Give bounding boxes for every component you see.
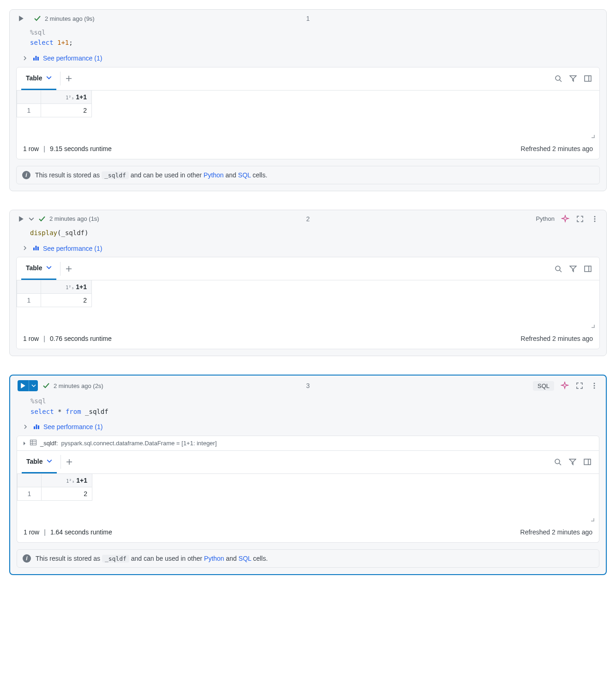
info-icon: i xyxy=(23,554,31,563)
expand-icon[interactable] xyxy=(575,382,584,390)
performance-row[interactable]: See performance (1) xyxy=(10,242,606,257)
column-header[interactable]: 1²₃1+1 xyxy=(41,91,92,104)
tab-table[interactable]: Table xyxy=(21,67,56,90)
svg-point-12 xyxy=(556,266,560,271)
chevron-down-icon xyxy=(46,74,52,82)
add-tab-button[interactable] xyxy=(64,265,73,273)
search-icon[interactable] xyxy=(554,265,562,273)
notebook-cell: 2 minutes ago (2s) 3 SQL %sql select * f… xyxy=(9,375,607,575)
resize-handle-icon[interactable] xyxy=(588,132,595,139)
filter-icon[interactable] xyxy=(568,458,577,466)
run-button[interactable] xyxy=(18,380,29,391)
output-tabs: Table xyxy=(17,257,599,280)
language-badge[interactable]: SQL xyxy=(533,381,554,391)
resize-handle-icon[interactable] xyxy=(588,321,595,329)
refreshed-text: Refreshed 2 minutes ago xyxy=(521,145,593,152)
timestamp: 2 minutes ago (1s) xyxy=(49,215,99,222)
tab-table[interactable]: Table xyxy=(21,257,56,280)
cell-number: 1 xyxy=(306,15,310,22)
svg-point-3 xyxy=(556,76,560,80)
svg-rect-20 xyxy=(38,425,39,429)
sql-link[interactable]: SQL xyxy=(239,555,252,562)
table-row[interactable]: 1 2 xyxy=(17,103,92,117)
timestamp: 2 minutes ago (2s) xyxy=(54,382,103,389)
chevron-down-icon xyxy=(46,264,52,272)
divider xyxy=(60,455,61,469)
add-tab-button[interactable] xyxy=(64,74,73,83)
performance-link[interactable]: See performance (1) xyxy=(43,55,102,62)
resize-handle-icon[interactable] xyxy=(588,515,594,523)
table-row[interactable]: 1 2 xyxy=(17,294,92,307)
check-icon xyxy=(42,382,50,389)
row-index: 1 xyxy=(18,487,42,500)
filter-icon[interactable] xyxy=(569,74,577,83)
column-header[interactable]: 1²₃1+1 xyxy=(42,474,92,487)
output-footer: 1 row | 1.64 seconds runtime Refreshed 2… xyxy=(17,524,599,542)
run-button[interactable] xyxy=(17,14,25,23)
panel-icon[interactable] xyxy=(583,458,592,466)
refreshed-text: Refreshed 2 minutes ago xyxy=(521,335,593,342)
info-bar: i This result is stored as _sqldf and ca… xyxy=(17,549,599,568)
row-header-blank xyxy=(17,280,41,294)
notebook-cell: 2 minutes ago (1s) 2 Python display(_sql… xyxy=(9,210,607,356)
svg-rect-0 xyxy=(33,58,35,61)
code-editor[interactable]: %sql select 1+1; xyxy=(10,25,606,52)
svg-rect-13 xyxy=(585,266,591,272)
divider xyxy=(60,262,60,276)
row-count: 1 row xyxy=(23,145,39,152)
expand-icon[interactable] xyxy=(576,215,584,223)
performance-row[interactable]: See performance (1) xyxy=(10,52,606,67)
add-tab-button[interactable] xyxy=(65,458,74,466)
svg-rect-9 xyxy=(33,248,35,250)
check-icon xyxy=(34,15,41,22)
svg-rect-10 xyxy=(36,246,37,250)
table-row[interactable]: 1 2 xyxy=(18,487,92,500)
cell-number: 3 xyxy=(306,382,310,389)
performance-row[interactable]: See performance (1) xyxy=(10,420,606,436)
info-bar: i This result is stored as _sqldf and ca… xyxy=(16,166,600,184)
performance-link[interactable]: See performance (1) xyxy=(43,245,102,252)
row-index: 1 xyxy=(17,103,41,117)
row-header-blank xyxy=(17,91,41,104)
search-icon[interactable] xyxy=(554,74,562,83)
cell-header: 2 minutes ago (2s) 3 SQL xyxy=(10,376,606,394)
cell-actions: Python xyxy=(536,215,599,223)
cell-value: 2 xyxy=(41,103,92,117)
sparkle-icon[interactable] xyxy=(561,382,569,390)
svg-rect-4 xyxy=(585,76,591,81)
code-editor[interactable]: %sql select * from _sqldf xyxy=(10,394,606,420)
language-label[interactable]: Python xyxy=(536,215,555,222)
python-link[interactable]: Python xyxy=(204,555,224,562)
panel-icon[interactable] xyxy=(584,265,592,273)
sql-link[interactable]: SQL xyxy=(238,171,251,179)
filter-icon[interactable] xyxy=(569,265,577,273)
tab-table[interactable]: Table xyxy=(22,451,57,473)
cell-value: 2 xyxy=(42,487,92,500)
panel-icon[interactable] xyxy=(584,74,592,83)
runtime-text: 9.15 seconds runtime xyxy=(50,145,112,152)
cell-actions: SQL xyxy=(533,381,598,391)
output-footer: 1 row | 9.15 seconds runtime Refreshed 2… xyxy=(17,140,599,159)
column-header[interactable]: 1²₃1+1 xyxy=(41,280,92,294)
svg-point-17 xyxy=(594,388,595,389)
more-icon[interactable] xyxy=(591,215,599,223)
caret-right-icon xyxy=(23,440,26,447)
svg-rect-21 xyxy=(30,440,36,445)
chevron-down-icon[interactable] xyxy=(28,215,35,223)
result-table: 1²₃1+1 1 2 xyxy=(17,91,599,117)
python-link[interactable]: Python xyxy=(204,171,224,179)
run-button[interactable] xyxy=(17,215,25,223)
run-chevron-button[interactable] xyxy=(29,380,38,391)
sparkle-icon[interactable] xyxy=(561,215,569,223)
code-editor[interactable]: display(_sqldf) xyxy=(10,226,606,242)
dataset-row[interactable]: _sqldf: pyspark.sql.connect.dataframe.Da… xyxy=(17,436,599,451)
cell-value: 2 xyxy=(41,294,92,307)
runtime-text: 0.76 seconds runtime xyxy=(50,335,112,342)
svg-rect-26 xyxy=(584,459,591,465)
more-icon[interactable] xyxy=(590,382,598,390)
refreshed-text: Refreshed 2 minutes ago xyxy=(520,528,592,536)
runtime-text: 1.64 seconds runtime xyxy=(50,528,112,536)
performance-link[interactable]: See performance (1) xyxy=(43,423,103,430)
search-icon[interactable] xyxy=(554,458,562,466)
svg-rect-11 xyxy=(37,247,39,250)
